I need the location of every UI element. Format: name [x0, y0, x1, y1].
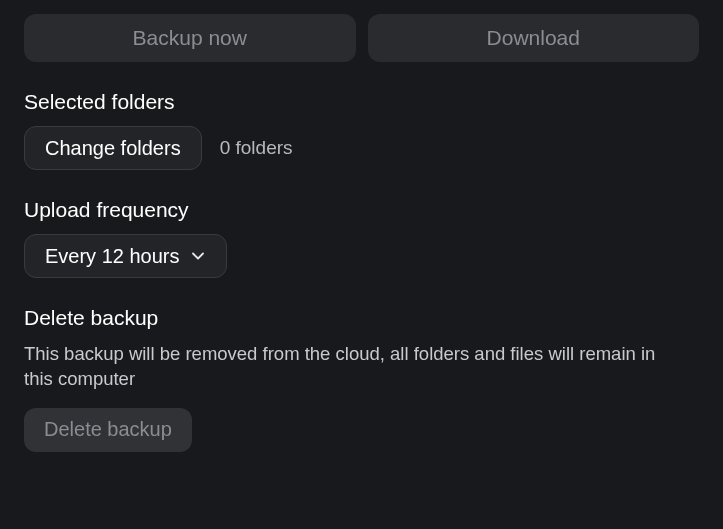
upload-frequency-section: Upload frequency Every 12 hours — [24, 198, 699, 278]
change-folders-button[interactable]: Change folders — [24, 126, 202, 170]
folder-count-text: 0 folders — [220, 137, 293, 159]
selected-folders-title: Selected folders — [24, 90, 699, 114]
delete-backup-description: This backup will be removed from the clo… — [24, 342, 684, 392]
upload-frequency-value: Every 12 hours — [45, 245, 180, 268]
download-button[interactable]: Download — [368, 14, 700, 62]
top-actions-row: Backup now Download — [24, 14, 699, 62]
delete-backup-section: Delete backup This backup will be remove… — [24, 306, 699, 452]
selected-folders-section: Selected folders Change folders 0 folder… — [24, 90, 699, 170]
delete-backup-title: Delete backup — [24, 306, 699, 330]
upload-frequency-select[interactable]: Every 12 hours — [24, 234, 227, 278]
backup-now-button[interactable]: Backup now — [24, 14, 356, 62]
upload-frequency-title: Upload frequency — [24, 198, 699, 222]
chevron-down-icon — [190, 248, 206, 264]
delete-backup-button[interactable]: Delete backup — [24, 408, 192, 452]
